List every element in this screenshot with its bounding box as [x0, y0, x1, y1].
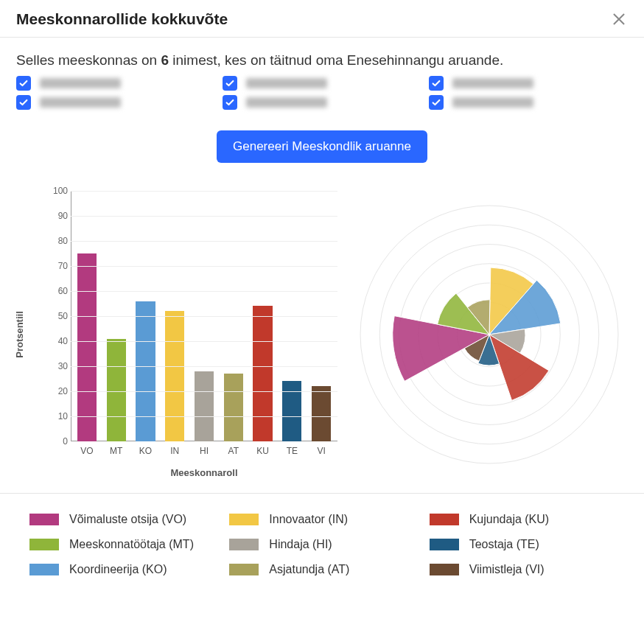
legend-swatch: [430, 514, 459, 525]
close-icon[interactable]: [610, 10, 628, 28]
modal-header: Meeskonnarollide kokkuvõte: [0, 0, 644, 38]
bar-ko: [136, 301, 155, 441]
summary-sentence: Selles meeskonnas on 6 inimest, kes on t…: [16, 52, 628, 69]
person-name-redacted: [40, 78, 121, 88]
x-tick-label: MT: [102, 446, 131, 456]
person-checkbox[interactable]: [429, 95, 444, 110]
legend-swatch: [430, 539, 459, 550]
modal-title: Meeskonnarollide kokkuvõte: [16, 10, 228, 28]
legend-item-ko: Koordineerija (KO): [29, 563, 214, 576]
y-tick-label: 100: [46, 186, 68, 196]
legend-item-hi: Hindaja (HI): [229, 538, 414, 551]
legend-label: Hindaja (HI): [269, 538, 332, 551]
grid-line: [71, 391, 337, 392]
y-tick-label: 80: [46, 236, 68, 246]
x-tick-label: KU: [248, 446, 278, 456]
bar-vi: [312, 386, 331, 441]
y-tick-label: 50: [46, 311, 68, 321]
bar-ku: [253, 306, 272, 441]
grid-line: [71, 341, 337, 342]
legend-label: Võimaluste otsija (VO): [69, 513, 186, 526]
y-tick-label: 70: [46, 261, 68, 271]
bar-plot-area: VOMTKOINHIATKUTEVI 010203040506070809010…: [71, 191, 337, 441]
x-tick-label: HI: [189, 446, 219, 456]
person-row: [223, 95, 421, 110]
bar-vo: [77, 253, 97, 441]
legend-swatch: [430, 564, 459, 575]
y-tick-label: 10: [46, 411, 68, 421]
person-checkbox[interactable]: [16, 95, 31, 110]
person-row: [16, 95, 215, 110]
legend-item-in: Innovaator (IN): [229, 513, 414, 526]
legend-section: Võimaluste otsija (VO)Innovaator (IN)Kuj…: [0, 493, 644, 598]
generate-report-button[interactable]: Genereeri Meeskondlik aruanne: [217, 130, 427, 163]
people-grid: [16, 76, 628, 110]
grid-line: [71, 366, 337, 367]
person-checkbox[interactable]: [223, 95, 237, 110]
legend-label: Innovaator (IN): [269, 513, 348, 526]
grid-line: [71, 241, 337, 242]
bar-mt: [107, 339, 126, 441]
person-row: [429, 76, 628, 91]
x-tick-label: IN: [160, 446, 189, 456]
legend-label: Meeskonnatöötaja (MT): [69, 538, 194, 551]
bar-at: [224, 374, 243, 441]
legend-label: Kujundaja (KU): [469, 513, 550, 526]
person-checkbox[interactable]: [429, 76, 444, 91]
summary-pre: Selles meeskonnas on: [16, 52, 161, 68]
x-tick-label: AT: [219, 446, 248, 456]
legend-item-te: Teostaja (TE): [430, 538, 615, 551]
grid-line: [71, 416, 337, 417]
grid-line: [71, 291, 337, 292]
x-tick-label: KO: [131, 446, 161, 456]
rose-svg: [349, 195, 629, 475]
x-tick-label: VO: [72, 446, 102, 456]
rose-chart: [349, 191, 629, 478]
legend-swatch: [229, 514, 259, 525]
legend-swatch: [29, 539, 59, 550]
team-roles-modal: Meeskonnarollide kokkuvõte Selles meesko…: [0, 0, 644, 598]
person-row: [16, 76, 215, 91]
bar-chart: Protsentiil VOMTKOINHIATKUTEVI 010203040…: [25, 191, 342, 478]
person-name-redacted: [452, 97, 533, 108]
legend-label: Koordineerija (KO): [69, 563, 167, 576]
bar-hi: [195, 371, 214, 441]
legend-grid: Võimaluste otsija (VO)Innovaator (IN)Kuj…: [29, 513, 615, 576]
legend-label: Teostaja (TE): [469, 538, 539, 551]
y-tick-label: 30: [46, 361, 68, 371]
person-name-redacted: [246, 78, 327, 88]
y-axis-label: Protsentiil: [14, 311, 25, 358]
y-tick-label: 20: [46, 386, 68, 396]
x-tick-label: VI: [307, 446, 336, 456]
legend-swatch: [29, 514, 59, 525]
legend-swatch: [229, 539, 259, 550]
legend-item-vo: Võimaluste otsija (VO): [29, 513, 214, 526]
legend-label: Asjatundja (AT): [269, 563, 349, 576]
person-name-redacted: [246, 97, 327, 108]
bar-te: [282, 381, 301, 441]
person-row: [223, 76, 421, 91]
y-tick-label: 0: [46, 436, 68, 447]
bar-in: [165, 311, 184, 441]
summary-post: inimest, kes on täitnud oma Enesehinnang…: [169, 52, 503, 68]
person-name-redacted: [40, 97, 121, 108]
y-tick-label: 90: [46, 211, 68, 221]
legend-label: Viimistleja (VI): [469, 563, 545, 576]
grid-line: [71, 216, 337, 217]
grid-line: [71, 316, 337, 317]
summary-count: 6: [161, 52, 169, 68]
person-name-redacted: [452, 78, 533, 88]
person-checkbox[interactable]: [16, 76, 31, 91]
charts-row: Protsentiil VOMTKOINHIATKUTEVI 010203040…: [16, 191, 628, 489]
legend-swatch: [29, 564, 59, 575]
legend-item-vi: Viimistleja (VI): [430, 563, 615, 576]
generate-row: Genereeri Meeskondlik aruanne: [16, 130, 628, 163]
x-tick-label: TE: [277, 446, 307, 456]
legend-item-mt: Meeskonnatöötaja (MT): [29, 538, 214, 551]
y-tick-label: 60: [46, 286, 68, 296]
grid-line: [71, 266, 337, 267]
x-axis-label: Meeskonnaroll: [71, 467, 337, 478]
person-checkbox[interactable]: [223, 76, 237, 91]
legend-item-at: Asjatundja (AT): [229, 563, 414, 576]
modal-body: Selles meeskonnas on 6 inimest, kes on t…: [0, 38, 644, 493]
